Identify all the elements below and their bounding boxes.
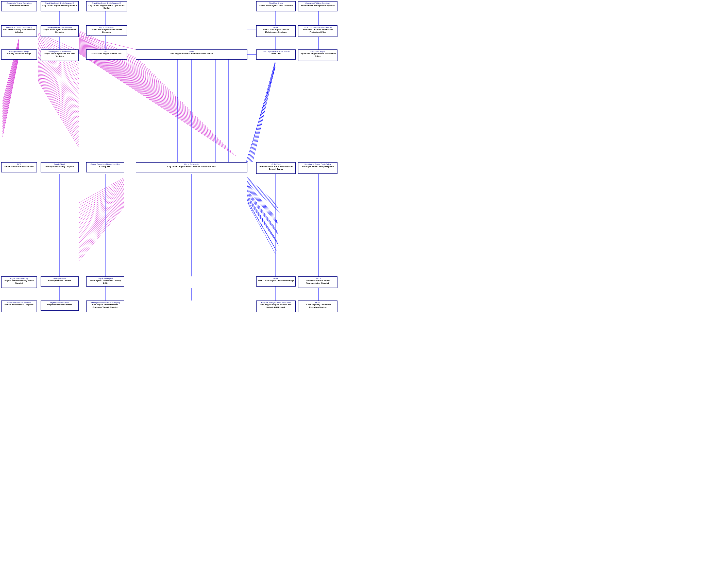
node-field-equipment-title: City of San Angelo Field Equipment (42, 4, 77, 7)
svg-line-131 (79, 178, 124, 203)
svg-line-98 (3, 55, 19, 134)
svg-line-34 (79, 48, 208, 128)
node-mutual-aid: Regional Emergency and Public Safe San A… (256, 300, 296, 312)
svg-line-140 (79, 189, 124, 226)
svg-line-163 (247, 188, 278, 223)
svg-line-153 (79, 206, 124, 259)
svg-line-148 (79, 199, 124, 246)
node-traffic-ops-center: City of San Angelo Traffic Services ID C… (86, 1, 127, 11)
svg-line-164 (247, 189, 279, 226)
svg-line-83 (38, 80, 79, 145)
node-county-eoc-title: County EOC (88, 165, 123, 168)
node-tow-wrecker: Private Tow/Wrecker Providers Private To… (1, 300, 37, 312)
svg-line-35 (79, 48, 211, 131)
node-psc-title: City of San Angelo Public Safety Communi… (137, 165, 246, 168)
node-texas-dmv: Texas Department of Motor Vehicles Texas… (256, 49, 296, 60)
svg-line-45 (79, 53, 236, 156)
svg-line-113 (247, 61, 275, 162)
node-municipal-dispatch: Municipal or County Public Safety Munici… (298, 162, 337, 174)
svg-line-70 (38, 63, 79, 112)
node-tom-green-title: San Angelo / Tom Green County EOC (88, 280, 123, 284)
node-volunteer-fire: Municipal or County Public Safety Tom Gr… (1, 25, 37, 37)
node-county-road-title: County Road and Bridge (3, 53, 36, 55)
svg-line-66 (38, 58, 79, 101)
svg-line-156 (247, 179, 277, 206)
svg-line-41 (79, 51, 226, 146)
svg-line-116 (251, 65, 275, 162)
svg-line-117 (252, 66, 275, 162)
node-weather-category: NOAA (137, 50, 246, 53)
svg-line-86 (3, 39, 19, 104)
node-thunderbird: CVCTD Thunderbird Rural Public Transport… (298, 277, 337, 288)
svg-line-95 (3, 51, 19, 127)
node-railroad-category: San Angelo Street Railroad Company (88, 301, 123, 303)
svg-line-144 (79, 194, 124, 236)
node-fleet-mgmt-title: Private Fleet Management Systems (299, 4, 336, 7)
node-tom-green-category: City of San Angelo (88, 278, 123, 280)
svg-line-115 (250, 63, 275, 162)
node-tow-category: Private Tow/Wrecker Providers (3, 301, 36, 303)
svg-line-96 (3, 52, 19, 129)
node-afb: US Air Force Goodfellow Air Force Base D… (256, 162, 296, 174)
node-field-equipment: City of San Angelo Traffic Services ID C… (41, 1, 79, 11)
node-field-equipment-category: City of San Angelo Traffic Services ID (42, 2, 77, 4)
node-border-protection: BLBP - Bureau of Customs and Bor Bureau … (298, 25, 337, 37)
node-police-vehicles: San Angelo Police Department City of San… (41, 25, 79, 37)
svg-line-94 (3, 49, 19, 124)
svg-line-114 (249, 62, 275, 162)
node-volunteer-fire-category: Municipal or County Public Safety (3, 26, 36, 28)
node-rail-title: Rail Operations Centers (42, 280, 77, 282)
svg-line-147 (79, 198, 124, 244)
svg-line-21 (79, 41, 175, 95)
node-thunderbird-title: Thunderbird Rural Public Transportation … (299, 280, 336, 284)
node-highway-conditions: TxDOT TxDOT Highway Conditions Reporting… (298, 300, 337, 312)
svg-line-79 (38, 75, 79, 134)
node-traffic-ops-category: City of San Angelo Traffic Services ID (88, 2, 126, 4)
node-fire-ems-title: City of San Angelo Fire and EMS Vehicles (42, 53, 77, 57)
node-municipal-dispatch-title: Municipal Public Safety Dispatch (299, 165, 336, 168)
node-commercial-vehicles: Commercial Vehicle Operations Commercial… (1, 1, 37, 11)
node-municipal-dispatch-category: Municipal or County Public Safety (299, 163, 336, 165)
node-highway-title: TxDOT Highway Conditions Reporting Syste… (299, 303, 336, 308)
node-rail-ops: Rail Operations Rail Operations Centers (41, 277, 79, 286)
svg-line-173 (247, 200, 275, 249)
node-asu-police: Angelo State University Angelo State Uni… (1, 277, 37, 288)
svg-line-69 (38, 62, 79, 109)
node-psc: City of San Angelo City of San Angelo Pu… (136, 162, 247, 173)
node-crash-database: City of San Angelo City of San Angelo Cr… (256, 1, 296, 11)
svg-line-134 (79, 181, 124, 211)
svg-line-81 (38, 77, 79, 140)
node-tmc-title: TxDOT San Angelo District TMC (88, 53, 126, 55)
svg-line-150 (79, 202, 124, 251)
node-web-title: TxDOT San Angelo District Web Page (258, 280, 294, 282)
node-tmc: TxDOT TxDOT San Angelo District TMC (86, 49, 127, 60)
svg-line-118 (246, 67, 275, 162)
svg-line-158 (247, 181, 279, 211)
node-dps: DPS DPS Communications Service (1, 162, 37, 173)
node-web-page: TxDOT TxDOT San Angelo District Web Page (256, 277, 296, 286)
node-county-eoc-category: County Emergency Management Age (88, 163, 123, 165)
svg-line-20 (79, 41, 173, 93)
svg-line-44 (79, 53, 233, 154)
svg-line-155 (247, 178, 275, 203)
node-tow-title: Private Tow/Wrecker Dispatch (3, 303, 36, 306)
node-tmc-category: TxDOT (88, 50, 126, 53)
svg-line-78 (38, 74, 79, 132)
node-thunderbird-category: CVCTD (299, 278, 336, 280)
svg-line-170 (247, 197, 277, 241)
node-dmv-title: Texas DMV (258, 53, 294, 55)
node-crash-db-title: City of San Angelo Crash Database (258, 4, 294, 7)
node-afb-category: US Air Force (258, 163, 294, 165)
node-asu-title: Angelo State University Police Dispatch (3, 280, 36, 284)
svg-line-17 (79, 39, 165, 85)
svg-line-132 (79, 179, 124, 206)
svg-line-175 (247, 203, 275, 254)
node-county-dispatch: County Sheriff County Public Safety Disp… (41, 162, 79, 173)
svg-line-18 (79, 40, 167, 88)
svg-line-151 (79, 203, 124, 254)
svg-line-133 (79, 180, 124, 208)
node-railroad-title: San Angelo Street Railroad Company Trans… (88, 303, 123, 308)
svg-line-172 (247, 199, 279, 246)
node-web-category: TxDOT (258, 278, 294, 280)
svg-line-174 (247, 202, 277, 251)
